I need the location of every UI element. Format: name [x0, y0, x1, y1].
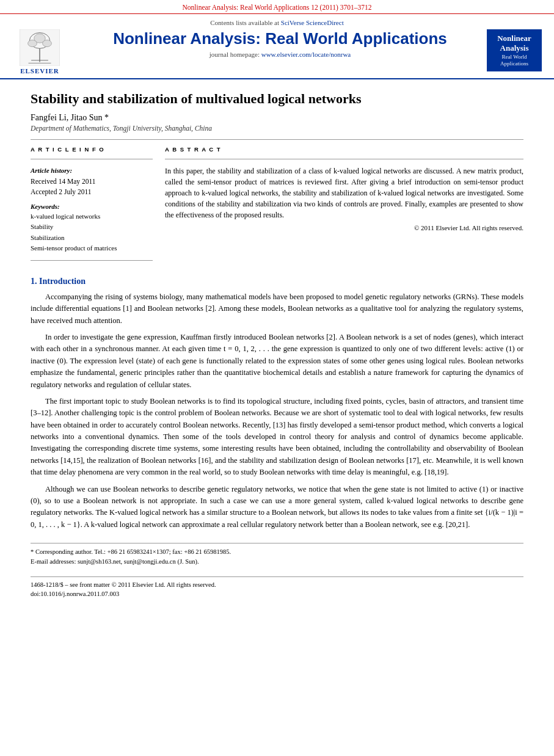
journal-header: Contents lists available at SciVerse Sci…	[0, 14, 554, 79]
article-info-heading: A R T I C L E I N F O	[31, 146, 153, 153]
intro-section-title: 1. Introduction	[31, 277, 523, 286]
header-divider	[31, 139, 523, 140]
homepage-link[interactable]: www.elsevier.com/locate/nonrwa	[261, 51, 351, 58]
bottom-bar: 1468-1218/$ – see front matter © 2011 El…	[31, 576, 523, 600]
accepted-date: Accepted 2 July 2011	[31, 188, 92, 195]
abstract-divider	[165, 159, 523, 159]
keyword-1: k-valued logical networks	[31, 211, 153, 222]
intro-para-2: In order to investigate the gene express…	[31, 332, 523, 391]
journal-citation: Nonlinear Analysis: Real World Applicati…	[0, 0, 554, 14]
keyword-4: Semi-tensor product of matrices	[31, 243, 153, 254]
affiliation-text: Department of Mathematics, Tongji Univer…	[31, 125, 523, 132]
intro-para-1: Accompanying the rising of systems biolo…	[31, 291, 523, 327]
info-divider	[31, 159, 153, 159]
elsevier-label: ELSEVIER	[20, 67, 59, 75]
contents-available-line: Contents lists available at SciVerse Sci…	[210, 19, 343, 26]
journal-title: Nonlinear Analysis: Real World Applicati…	[73, 29, 487, 48]
footnote-star: * Corresponding author. Tel.: +86 21 659…	[31, 547, 523, 557]
paper-title: Stability and stabilization of multivalu…	[31, 90, 523, 108]
keyword-2: Stability	[31, 222, 153, 233]
citation-text: Nonlinear Analysis: Real World Applicati…	[183, 4, 372, 11]
keywords-block: Keywords: k-valued logical networks Stab…	[31, 203, 153, 254]
logo-subtitle: Real World Applications	[491, 54, 538, 67]
info-bottom-divider	[31, 260, 153, 261]
copyright-text: © 2011 Elsevier Ltd. All rights reserved…	[165, 224, 523, 231]
abstract-text: In this paper, the stability and stabili…	[165, 165, 523, 220]
svg-point-5	[43, 40, 52, 47]
footnote-section: * Corresponding author. Tel.: +86 21 659…	[31, 543, 523, 567]
issn-text: 1468-1218/$ – see front matter © 2011 El…	[31, 580, 523, 590]
abstract-col: A B S T R A C T In this paper, the stabi…	[165, 146, 523, 267]
journal-logo-box: Nonlinear Analysis Real World Applicatio…	[487, 29, 542, 71]
keywords-label: Keywords:	[31, 203, 153, 210]
elsevier-tree-icon	[18, 29, 61, 66]
intro-para-3: The first important topic to study Boole…	[31, 396, 523, 479]
article-history: Article history: Received 14 May 2011 Ac…	[31, 165, 153, 198]
history-label: Article history:	[31, 165, 153, 176]
abstract-heading: A B S T R A C T	[165, 146, 523, 153]
logo-title: Nonlinear Analysis	[491, 34, 538, 53]
article-info-col: A R T I C L E I N F O Article history: R…	[31, 146, 153, 267]
doi-text: doi:10.1016/j.nonrwa.2011.07.003	[31, 589, 523, 599]
elsevier-logo: ELSEVIER	[12, 29, 67, 75]
keyword-3: Stabilization	[31, 233, 153, 244]
authors-text: Fangfei Li, Jitao Sun *	[31, 113, 109, 122]
main-content: Stability and stabilization of multivalu…	[0, 79, 554, 611]
authors-line: Fangfei Li, Jitao Sun *	[31, 113, 523, 123]
journal-title-center: Nonlinear Analysis: Real World Applicati…	[73, 29, 487, 58]
received-date: Received 14 May 2011	[31, 178, 96, 185]
svg-point-4	[28, 40, 37, 47]
article-info-abstract-cols: A R T I C L E I N F O Article history: R…	[31, 146, 523, 267]
intro-para-4: Although we can use Boolean networks to …	[31, 484, 523, 531]
sciverse-link[interactable]: SciVerse ScienceDirect	[281, 19, 344, 26]
footnote-email: E-mail addresses: sunjt@sh163.net, sunjt…	[31, 557, 523, 567]
journal-homepage-line: journal homepage: www.elsevier.com/locat…	[73, 51, 487, 58]
header-main-row: ELSEVIER Nonlinear Analysis: Real World …	[12, 29, 542, 75]
